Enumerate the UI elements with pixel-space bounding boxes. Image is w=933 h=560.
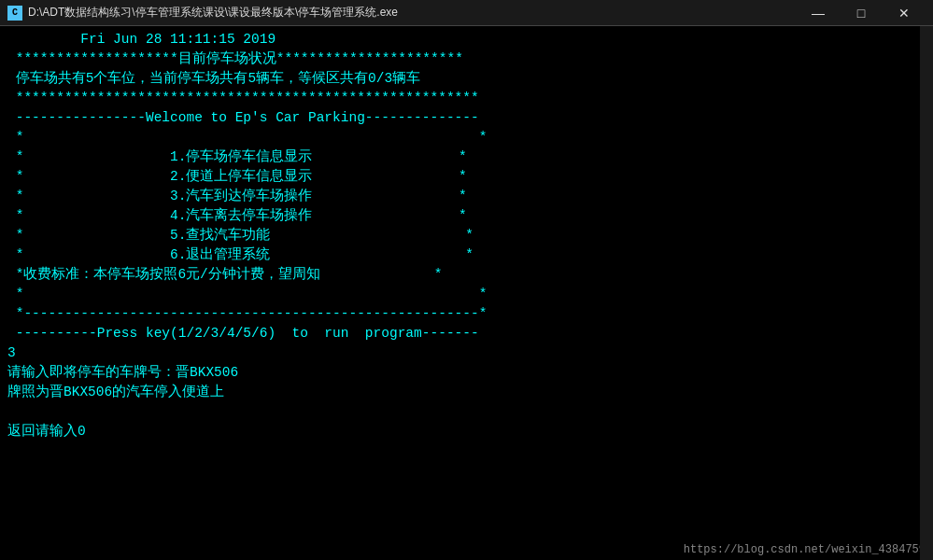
title-bar: C D:\ADT数据结构练习\停车管理系统课设\课设最终版本\停车场管理系统.e… [0, 0, 933, 26]
maximize-button[interactable]: □ [840, 0, 883, 26]
watermark: https://blog.csdn.net/weixin_4384759 [684, 543, 926, 556]
window-controls[interactable]: — □ ✕ [797, 0, 926, 26]
title-bar-left: C D:\ADT数据结构练习\停车管理系统课设\课设最终版本\停车场管理系统.e… [7, 5, 398, 21]
minimize-button[interactable]: — [797, 0, 840, 26]
scrollbar[interactable] [920, 26, 933, 560]
close-button[interactable]: ✕ [883, 0, 926, 26]
title-text: D:\ADT数据结构练习\停车管理系统课设\课设最终版本\停车场管理系统.exe [28, 5, 398, 21]
terminal-output: Fri Jun 28 11:11:15 2019 ***************… [7, 30, 926, 441]
terminal-window[interactable]: Fri Jun 28 11:11:15 2019 ***************… [0, 26, 933, 560]
app-icon: C [7, 6, 22, 21]
